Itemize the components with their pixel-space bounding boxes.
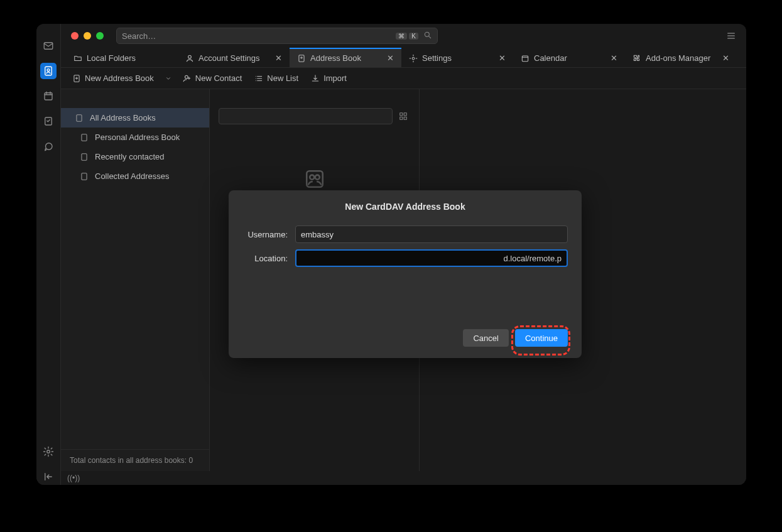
new-list-button[interactable]: New List	[249, 71, 303, 85]
tab-local-folders[interactable]: Local Folders	[66, 48, 178, 67]
cancel-button[interactable]: Cancel	[463, 329, 508, 347]
app-menu-button[interactable]	[722, 27, 740, 45]
mail-icon[interactable]	[40, 38, 57, 54]
layout-toggle-button[interactable]	[396, 108, 410, 124]
location-input[interactable]	[295, 249, 568, 267]
sidebar-item-label: Recently contacted	[95, 152, 165, 161]
toolbar-label: New Address Book	[85, 73, 154, 83]
close-icon[interactable]: ✕	[275, 53, 282, 63]
tab-settings[interactable]: Settings ✕	[401, 48, 513, 67]
sidebar-item-label: Collected Addresses	[95, 171, 170, 181]
tab-label: Address Book	[310, 53, 361, 63]
continue-button[interactable]: Continue	[515, 329, 568, 347]
tab-address-book[interactable]: Address Book ✕	[290, 48, 401, 67]
svg-rect-15	[82, 134, 87, 141]
address-book-icon	[297, 54, 306, 63]
sidebar-item-recently-contacted[interactable]: Recently contacted	[61, 147, 209, 166]
collapse-icon[interactable]	[40, 469, 57, 485]
svg-rect-17	[82, 173, 87, 180]
spaces-toolbar	[36, 24, 61, 485]
address-book-icon[interactable]	[40, 63, 57, 79]
close-icon[interactable]: ✕	[722, 53, 729, 63]
sidebar-item-collected-addresses[interactable]: Collected Addresses	[61, 166, 209, 186]
svg-rect-3	[45, 93, 52, 100]
new-contact-button[interactable]: New Contact	[178, 71, 247, 85]
titlebar: Search… ⌘K	[61, 24, 746, 48]
toolbar-label: New Contact	[195, 73, 242, 83]
dialog-title: New CardDAV Address Book	[242, 202, 568, 212]
svg-rect-16	[82, 153, 87, 160]
tab-label: Calendar	[534, 53, 567, 63]
search-placeholder: Search…	[122, 31, 396, 41]
close-icon[interactable]: ✕	[387, 53, 394, 63]
svg-point-24	[315, 175, 319, 180]
global-search[interactable]: Search… ⌘K	[116, 28, 438, 44]
tab-strip: Local Folders Account Settings ✕ Address…	[61, 48, 746, 68]
svg-rect-19	[404, 113, 406, 116]
contacts-filter-input[interactable]	[219, 108, 393, 124]
settings-gear-icon[interactable]	[40, 443, 57, 460]
svg-rect-21	[404, 117, 406, 119]
toolbar-label: New List	[267, 73, 298, 83]
maximize-window-icon[interactable]	[96, 32, 104, 40]
chat-icon[interactable]	[40, 138, 57, 155]
account-icon	[185, 54, 194, 63]
tab-label: Account Settings	[198, 53, 260, 63]
sidebar-item-personal-address-book[interactable]: Personal Address Book	[61, 128, 209, 147]
svg-rect-18	[400, 113, 403, 116]
empty-contacts-icon	[304, 168, 325, 192]
svg-point-10	[412, 57, 415, 60]
calendar-icon	[521, 54, 529, 63]
svg-rect-11	[522, 55, 528, 61]
search-icon	[423, 31, 432, 41]
svg-point-13	[185, 75, 188, 79]
calendar-icon[interactable]	[40, 88, 57, 104]
tab-calendar[interactable]: Calendar ✕	[513, 48, 625, 67]
tab-label: Local Folders	[87, 53, 136, 63]
tab-label: Add-ons Manager	[646, 53, 710, 63]
new-address-book-button[interactable]: New Address Book	[67, 71, 159, 85]
svg-point-7	[188, 55, 192, 58]
new-carddav-dialog: New CardDAV Address Book Username: Locat…	[229, 190, 582, 358]
minimize-window-icon[interactable]	[84, 32, 91, 40]
address-book-toolbar: New Address Book New Contact New List Im…	[61, 68, 746, 89]
username-label: Username:	[242, 230, 288, 239]
toolbar-label: Import	[323, 73, 347, 83]
svg-point-5	[47, 450, 50, 453]
puzzle-icon	[633, 54, 641, 63]
close-icon[interactable]: ✕	[611, 53, 617, 63]
statusbar: ((•))	[61, 471, 746, 485]
sidebar-footer: Total contacts in all address books: 0	[61, 449, 209, 471]
tab-label: Settings	[422, 53, 452, 63]
svg-point-2	[47, 69, 50, 72]
svg-rect-14	[77, 114, 82, 121]
sidebar-item-all-address-books[interactable]: All Address Books	[61, 108, 209, 128]
address-books-sidebar: All Address Books Personal Address Book …	[61, 89, 209, 471]
tab-addons-manager[interactable]: Add-ons Manager ✕	[625, 48, 737, 67]
folder-icon	[73, 54, 82, 63]
username-input[interactable]	[295, 225, 568, 243]
svg-point-6	[425, 32, 429, 36]
gear-icon	[409, 54, 418, 63]
tasks-icon[interactable]	[40, 113, 57, 129]
close-window-icon[interactable]	[71, 32, 79, 40]
sidebar-item-label: All Address Books	[90, 113, 156, 122]
sidebar-item-label: Personal Address Book	[95, 133, 180, 142]
svg-point-9	[301, 57, 302, 58]
location-label: Location:	[242, 254, 288, 263]
tab-account-settings[interactable]: Account Settings ✕	[178, 48, 290, 67]
new-address-book-dropdown[interactable]	[161, 73, 175, 84]
close-icon[interactable]: ✕	[499, 53, 506, 63]
import-button[interactable]: Import	[306, 71, 352, 85]
window-controls[interactable]	[71, 32, 104, 40]
search-shortcut: ⌘K	[396, 33, 418, 40]
svg-point-23	[310, 175, 314, 180]
svg-rect-20	[400, 117, 403, 119]
sync-indicator-icon: ((•))	[67, 474, 80, 482]
